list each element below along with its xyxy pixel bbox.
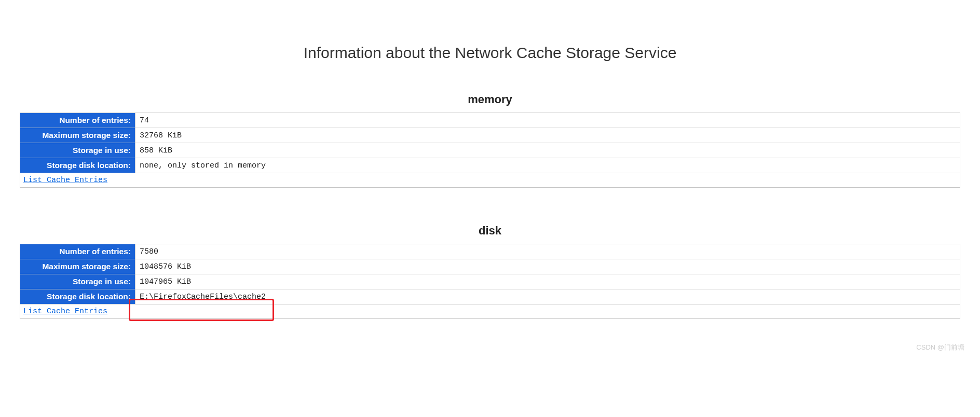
memory-location-value: none, only stored in memory: [135, 158, 960, 173]
table-row: Storage disk location: none, only stored…: [20, 158, 960, 173]
list-cache-entries-link[interactable]: List Cache Entries: [23, 307, 107, 316]
table-row: Storage disk location: E:\FirefoxCacheFi…: [20, 289, 960, 304]
memory-inuse-value: 858 KiB: [135, 143, 960, 158]
disk-location-value: E:\FirefoxCacheFiles\cache2: [135, 289, 960, 304]
memory-maxsize-value: 32768 KiB: [135, 128, 960, 143]
table-row: Storage in use: 1047965 KiB: [20, 274, 960, 289]
memory-location-label: Storage disk location:: [20, 158, 135, 173]
disk-entries-value: 7580: [135, 244, 960, 259]
memory-maxsize-label: Maximum storage size:: [20, 128, 135, 143]
disk-maxsize-value: 1048576 KiB: [135, 259, 960, 274]
memory-heading: memory: [20, 93, 960, 106]
table-row: Number of entries: 7580: [20, 244, 960, 259]
memory-entries-label: Number of entries:: [20, 113, 135, 128]
table-row: Maximum storage size: 32768 KiB: [20, 128, 960, 143]
table-row: List Cache Entries: [20, 173, 960, 188]
memory-table: Number of entries: 74 Maximum storage si…: [20, 113, 960, 188]
disk-link-cell: List Cache Entries: [20, 304, 960, 319]
memory-entries-value: 74: [135, 113, 960, 128]
watermark-text: CSDN @门前塘: [916, 343, 964, 352]
memory-section: memory Number of entries: 74 Maximum sto…: [20, 93, 960, 188]
disk-heading: disk: [20, 224, 960, 238]
disk-inuse-label: Storage in use:: [20, 274, 135, 289]
list-cache-entries-link[interactable]: List Cache Entries: [23, 176, 107, 185]
disk-maxsize-label: Maximum storage size:: [20, 259, 135, 274]
table-row: Maximum storage size: 1048576 KiB: [20, 259, 960, 274]
memory-inuse-label: Storage in use:: [20, 143, 135, 158]
page-title: Information about the Network Cache Stor…: [0, 44, 980, 62]
disk-location-label: Storage disk location:: [20, 289, 135, 304]
table-row: Number of entries: 74: [20, 113, 960, 128]
table-row: Storage in use: 858 KiB: [20, 143, 960, 158]
disk-entries-label: Number of entries:: [20, 244, 135, 259]
table-row: List Cache Entries: [20, 304, 960, 319]
disk-inuse-value: 1047965 KiB: [135, 274, 960, 289]
memory-link-cell: List Cache Entries: [20, 173, 960, 188]
disk-section: disk Number of entries: 7580 Maximum sto…: [20, 224, 960, 319]
disk-table: Number of entries: 7580 Maximum storage …: [20, 244, 960, 319]
